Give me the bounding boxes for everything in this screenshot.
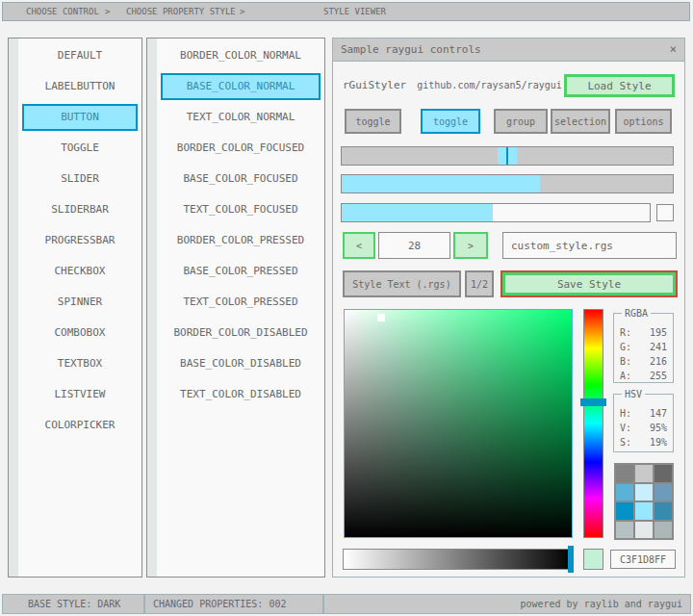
hsv-s-label: S: (620, 435, 631, 449)
color-picker-square[interactable] (344, 309, 573, 538)
slider-bar[interactable] (341, 174, 674, 193)
palette-cell-base-normal[interactable] (635, 465, 653, 482)
chevron-right-icon: > (105, 3, 110, 20)
palette-cell-border-disabled[interactable] (616, 522, 633, 539)
control-item-listview[interactable]: LISTVIEW (19, 379, 141, 410)
palette-cell-base-focused[interactable] (635, 484, 653, 501)
property-item-base-color-normal[interactable]: BASE_COLOR_NORMAL (161, 73, 321, 100)
properties-list-scrollbar[interactable] (147, 38, 157, 577)
toggle-button-options[interactable]: options (615, 109, 672, 134)
hsv-v-value: 95% (650, 421, 667, 435)
property-item-base-color-disabled[interactable]: BASE_COLOR_DISABLED (158, 348, 323, 379)
control-item-labelbutton[interactable]: LABELBUTTON (19, 71, 141, 102)
hue-bar-handle[interactable] (580, 398, 606, 406)
controls-list-panel: DEFAULT LABELBUTTON BUTTON TOGGLE SLIDER… (8, 38, 142, 578)
progress-bar-fill (342, 204, 493, 221)
rgba-b-value: 216 (650, 354, 667, 369)
window-title: Sample raygui controls (341, 43, 481, 56)
property-item-border-color-normal[interactable]: BORDER_COLOR_NORMAL (158, 40, 323, 71)
control-item-textbox[interactable]: TEXTBOX (19, 348, 141, 379)
page-indicator-button[interactable]: 1/2 (465, 270, 494, 297)
spinner-value[interactable]: 28 (378, 232, 450, 259)
app-name-label: rGuiStyler (343, 73, 406, 98)
properties-list-panel: BORDER_COLOR_NORMAL BASE_COLOR_NORMAL TE… (146, 38, 325, 578)
palette-cell-base-pressed[interactable] (635, 502, 653, 520)
control-item-checkbox[interactable]: CHECKBOX (19, 256, 141, 287)
palette-cell-base-disabled[interactable] (635, 522, 653, 539)
breadcrumb-choose-property: CHOOSE PROPERTY STYLE (126, 3, 236, 20)
property-item-text-color-pressed[interactable]: TEXT_COLOR_PRESSED (158, 287, 323, 318)
hsv-v-label: V: (620, 421, 631, 435)
hsv-title: HSV (622, 389, 645, 399)
palette-cell-border-pressed[interactable] (616, 502, 633, 520)
control-item-slider[interactable]: SLIDER (19, 164, 141, 194)
controls-list-scrollbar[interactable] (9, 38, 18, 577)
rgba-b-label: B: (620, 354, 631, 369)
style-viewer-window: Sample raygui controls × rGuiStyler gith… (332, 38, 685, 578)
color-picker-cursor[interactable] (377, 314, 385, 321)
hex-color-input[interactable] (610, 550, 676, 569)
control-item-colorpicker[interactable]: COLORPICKER (19, 410, 141, 441)
control-item-progressbar[interactable]: PROGRESSBAR (19, 225, 141, 256)
properties-list: BORDER_COLOR_NORMAL BASE_COLOR_NORMAL TE… (158, 40, 323, 575)
rgba-r-label: R: (620, 325, 631, 340)
property-item-text-color-disabled[interactable]: TEXT_COLOR_DISABLED (158, 379, 323, 410)
spinner-increment-button[interactable]: > (453, 232, 488, 259)
toggle-button-2-active[interactable]: toggle (421, 109, 480, 134)
style-color-palette (614, 463, 674, 540)
chevron-right-icon: > (240, 3, 244, 20)
control-item-default[interactable]: DEFAULT (19, 40, 141, 71)
toggle-button-group[interactable]: group (494, 109, 548, 134)
slider-bar-fill (342, 175, 540, 192)
hsv-s-value: 19% (650, 435, 667, 449)
slider-handle[interactable] (498, 147, 517, 165)
palette-cell-border-normal[interactable] (616, 465, 633, 482)
control-item-toggle[interactable]: TOGGLE (19, 133, 141, 164)
property-item-text-color-focused[interactable]: TEXT_COLOR_FOCUSED (158, 194, 323, 225)
filename-input[interactable] (502, 232, 677, 259)
status-base-style: BASE STYLE: DARK (2, 594, 144, 614)
load-style-button[interactable]: Load Style (564, 74, 675, 97)
hsv-h-label: H: (620, 406, 631, 421)
rgba-g-label: G: (620, 340, 631, 354)
control-item-button[interactable]: BUTTON (22, 104, 138, 131)
status-changed-properties: CHANGED PROPERTIES: 002 (144, 594, 323, 614)
window-titlebar[interactable]: Sample raygui controls × (333, 38, 684, 62)
palette-cell-text-focused[interactable] (654, 484, 672, 501)
progress-bar (341, 203, 651, 222)
rgba-a-value: 255 (650, 369, 667, 383)
save-style-outline: Save Style (500, 270, 678, 297)
control-item-combobox[interactable]: COMBOBOX (19, 318, 141, 348)
status-powered-by: powered by raylib and raygui (323, 594, 691, 614)
repo-link[interactable]: github.com/raysan5/raygui (415, 73, 564, 98)
save-style-button[interactable]: Save Style (502, 272, 676, 295)
property-item-base-color-focused[interactable]: BASE_COLOR_FOCUSED (158, 164, 323, 194)
property-item-border-color-disabled[interactable]: BORDER_COLOR_DISABLED (158, 318, 323, 348)
property-item-base-color-pressed[interactable]: BASE_COLOR_PRESSED (158, 256, 323, 287)
close-icon[interactable]: × (670, 38, 677, 61)
control-item-spinner[interactable]: SPINNER (19, 287, 141, 318)
palette-cell-text-normal[interactable] (654, 465, 672, 482)
palette-cell-text-pressed[interactable] (654, 502, 672, 520)
palette-cell-border-focused[interactable] (616, 484, 633, 501)
palette-cell-text-disabled[interactable] (654, 522, 672, 539)
value-gradient-bar[interactable] (343, 549, 574, 570)
hue-bar[interactable] (583, 309, 603, 538)
rgba-groupbox: RGBA R:195 G:241 B:216 A:255 (613, 313, 674, 383)
style-text-button[interactable]: Style Text (.rgs) (343, 270, 461, 297)
current-color-swatch (583, 549, 603, 570)
property-item-border-color-focused[interactable]: BORDER_COLOR_FOCUSED (158, 133, 323, 164)
spinner-decrement-button[interactable]: < (343, 232, 375, 259)
toggle-button-1[interactable]: toggle (345, 109, 401, 134)
controls-list: DEFAULT LABELBUTTON BUTTON TOGGLE SLIDER… (19, 40, 141, 575)
rgba-a-label: A: (620, 369, 631, 383)
control-item-sliderbar[interactable]: SLIDERBAR (19, 194, 141, 225)
value-gradient-handle[interactable] (568, 546, 574, 573)
property-item-border-color-pressed[interactable]: BORDER_COLOR_PRESSED (158, 225, 323, 256)
toggle-button-selection[interactable]: selection (551, 109, 610, 134)
slider[interactable] (341, 146, 674, 166)
rgba-r-value: 195 (650, 325, 667, 340)
property-item-text-color-normal[interactable]: TEXT_COLOR_NORMAL (158, 102, 323, 133)
checkbox[interactable] (656, 204, 674, 221)
breadcrumb-style-viewer: STYLE VIEWER (323, 3, 386, 20)
